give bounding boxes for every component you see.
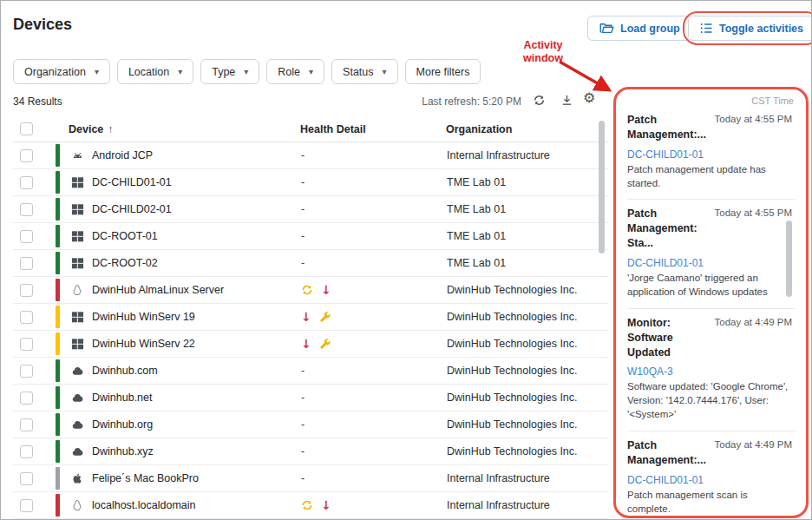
row-checkbox[interactable] — [20, 284, 33, 297]
device-name[interactable]: Felipe´s Mac BookPro — [92, 472, 301, 484]
row-checkbox[interactable] — [20, 311, 33, 324]
refresh-icon — [301, 499, 313, 511]
row-checkbox[interactable] — [20, 392, 33, 405]
column-header-health[interactable]: Health Detail — [300, 123, 446, 135]
filter-organization-label: Organization — [24, 66, 86, 78]
row-checkbox[interactable] — [20, 445, 33, 458]
table-row[interactable]: Dwinhub.net-DwinHub Technologies Inc. — [13, 385, 608, 411]
apple-icon — [70, 472, 84, 484]
table-row[interactable]: DC-CHILD02-01-TME Lab 01 — [13, 196, 608, 223]
device-name[interactable]: DC-CHILD01-01 — [92, 176, 301, 188]
table-row[interactable]: DC-ROOT-01-TME Lab 01 — [13, 223, 608, 250]
empty-health-dash: - — [301, 365, 304, 377]
row-checkbox[interactable] — [20, 203, 33, 216]
activity-device-link[interactable]: DC-CHILD01-01 — [627, 148, 792, 161]
device-name[interactable]: localhost.localdomain — [92, 499, 301, 511]
activity-entry: Monitor: Software UpdatedToday at 4:49 P… — [627, 309, 796, 431]
devices-page: Devices Load group Toggle activities Org… — [0, 0, 812, 520]
activity-device-link[interactable]: W10QA-3 — [627, 365, 792, 378]
row-checkbox[interactable] — [20, 149, 33, 162]
row-checkbox[interactable] — [20, 338, 33, 351]
column-header-device[interactable]: Device ↑ — [49, 123, 300, 135]
empty-health-dash: - — [301, 392, 304, 404]
status-bar-green — [56, 198, 60, 221]
device-name[interactable]: DwinHub AlmaLinux Server — [92, 284, 301, 296]
last-refresh-label: Last refresh: 5:20 PM — [374, 95, 521, 108]
health-detail: - — [301, 176, 447, 188]
activity-device-link[interactable]: DC-CHILD01-01 — [627, 474, 792, 486]
results-count: 34 Results — [13, 95, 62, 108]
activity-title: Patch Management:... — [627, 113, 710, 142]
device-name[interactable]: Android JCP — [92, 149, 301, 161]
table-row[interactable]: DC-CHILD01-01-TME Lab 01 — [13, 169, 608, 196]
device-name[interactable]: DwinHub WinServ 19 — [92, 311, 301, 323]
activity-title: Patch Management:... — [627, 438, 710, 468]
activity-device-link[interactable]: DC-CHILD01-01 — [627, 257, 792, 269]
activity-title: Patch Management: Sta... — [627, 207, 710, 251]
activity-entry: Patch Management:...Today at 4:55 PMDC-C… — [627, 106, 796, 200]
filter-bar: Organization▾ Location▾ Type▾ Role▾ Stat… — [13, 59, 481, 84]
table-row[interactable]: DC-ROOT-02-TME Lab 01 — [13, 250, 608, 277]
health-detail: - — [301, 149, 447, 161]
caret-down-icon: ▾ — [178, 68, 182, 76]
status-bar-yellow — [56, 306, 60, 328]
load-group-button[interactable]: Load group — [587, 16, 692, 41]
down-arrow-icon: ↓ — [321, 284, 331, 296]
activity-list: Patch Management:...Today at 4:55 PMDC-C… — [627, 106, 796, 518]
organization-cell: DwinHub Technologies Inc. — [447, 418, 608, 431]
organization-cell: DwinHub Technologies Inc. — [447, 392, 608, 404]
status-bar-green — [56, 171, 60, 194]
table-row[interactable]: Felipe´s Mac BookPro-Internal Infrastruc… — [13, 465, 608, 492]
activity-description: Patch management update has started. — [627, 163, 792, 191]
filter-status[interactable]: Status▾ — [331, 59, 397, 84]
device-column-label: Device — [69, 123, 103, 135]
device-name[interactable]: Dwinhub.xyz — [92, 445, 301, 457]
caret-down-icon: ▾ — [309, 68, 313, 76]
toggle-activities-button[interactable]: Toggle activities — [688, 16, 812, 41]
row-checkbox[interactable] — [20, 472, 33, 485]
activity-scrollbar[interactable] — [786, 221, 792, 297]
table-row[interactable]: Dwinhub.org-DwinHub Technologies Inc. — [13, 411, 608, 438]
health-detail: - — [301, 472, 447, 484]
device-name[interactable]: DC-ROOT-01 — [92, 230, 301, 242]
table-row[interactable]: Dwinhub.com-DwinHub Technologies Inc. — [13, 358, 608, 385]
device-name[interactable]: DwinHub WinServ 22 — [92, 338, 301, 350]
table-scrollbar[interactable] — [599, 121, 605, 253]
health-detail: ↓ — [301, 284, 447, 296]
table-row[interactable]: localhost.localdomain↓Internal Infrastru… — [13, 492, 608, 519]
device-name[interactable]: DC-CHILD02-01 — [92, 203, 301, 215]
table-row[interactable]: DwinHub WinServ 19↓DwinHub Technologies … — [13, 304, 608, 331]
device-name[interactable]: Dwinhub.com — [92, 365, 301, 377]
device-name[interactable]: DC-ROOT-02 — [92, 257, 301, 269]
cloud-icon — [70, 418, 84, 431]
row-checkbox[interactable] — [20, 257, 33, 270]
select-all-checkbox[interactable] — [20, 122, 33, 135]
column-header-organization[interactable]: Organization — [446, 123, 608, 135]
wrench-icon — [319, 338, 331, 350]
device-name[interactable]: Dwinhub.org — [92, 418, 301, 431]
row-checkbox[interactable] — [20, 499, 33, 512]
table-row[interactable]: DwinHub WinServ 22↓DwinHub Technologies … — [13, 331, 608, 358]
table-row[interactable]: DwinHub AlmaLinux Server↓DwinHub Technol… — [13, 277, 608, 304]
cloud-icon — [70, 392, 84, 405]
row-checkbox[interactable] — [20, 365, 33, 378]
health-detail: - — [301, 257, 447, 269]
status-bar-green — [56, 359, 60, 382]
filter-type[interactable]: Type▾ — [200, 59, 259, 84]
device-name[interactable]: Dwinhub.net — [92, 392, 301, 404]
filter-location[interactable]: Location▾ — [117, 59, 193, 84]
status-bar-green — [56, 413, 60, 436]
caret-down-icon: ▾ — [95, 68, 99, 76]
table-row[interactable]: Dwinhub.xyz-DwinHub Technologies Inc. — [13, 438, 608, 465]
row-checkbox[interactable] — [20, 418, 33, 431]
down-arrow-icon: ↓ — [301, 338, 311, 350]
health-detail: - — [301, 392, 447, 404]
status-bar-green — [56, 386, 60, 409]
table-row[interactable]: Android JCP-Internal Infrastructure — [13, 142, 608, 169]
filter-organization[interactable]: Organization▾ — [13, 59, 110, 84]
more-filters-button[interactable]: More filters — [405, 59, 481, 84]
row-checkbox[interactable] — [20, 176, 33, 189]
row-checkbox[interactable] — [20, 230, 33, 243]
filter-role[interactable]: Role▾ — [266, 59, 324, 84]
activity-description: 'Jorge Caamano' triggered an application… — [627, 272, 792, 299]
